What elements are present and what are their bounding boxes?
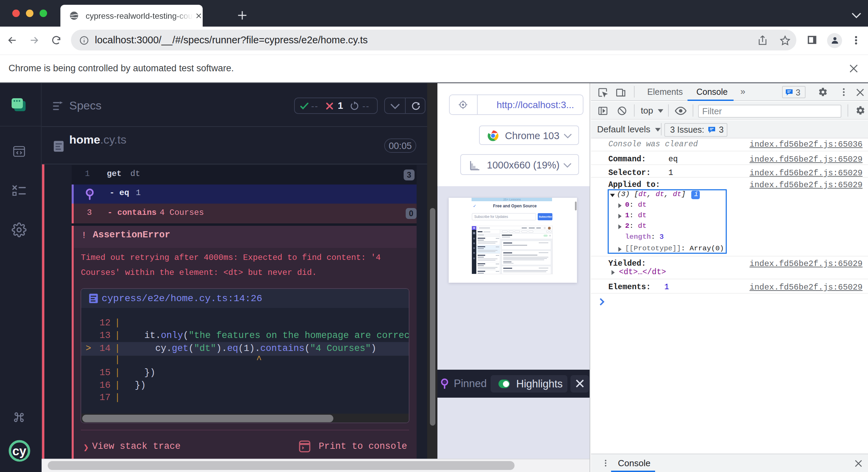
svg-text:cy: cy <box>12 444 27 458</box>
